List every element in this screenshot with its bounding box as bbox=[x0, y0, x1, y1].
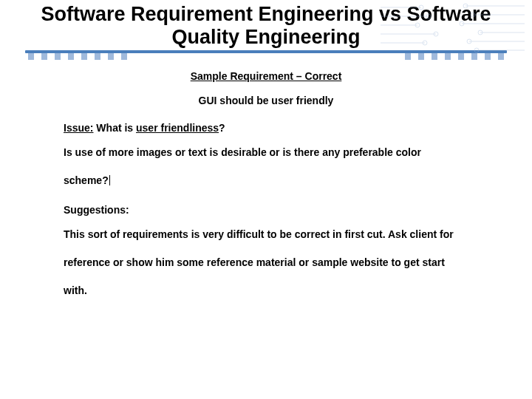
question-paragraph: Is use of more images or text is desirab… bbox=[64, 146, 468, 188]
suggestions-label: Suggestions: bbox=[64, 203, 468, 217]
suggestions-paragraph: This sort of requirements is very diffic… bbox=[64, 228, 468, 297]
requirement-text: GUI should be user friendly bbox=[64, 94, 468, 108]
sample-heading: Sample Requirement – Correct bbox=[64, 69, 468, 83]
text-cursor bbox=[109, 175, 110, 185]
issue-line: Issue: What is user friendliness? bbox=[64, 121, 468, 135]
title-tick-decoration bbox=[21, 53, 511, 61]
slide-title: Software Requirement Engineering vs Soft… bbox=[21, 3, 511, 49]
